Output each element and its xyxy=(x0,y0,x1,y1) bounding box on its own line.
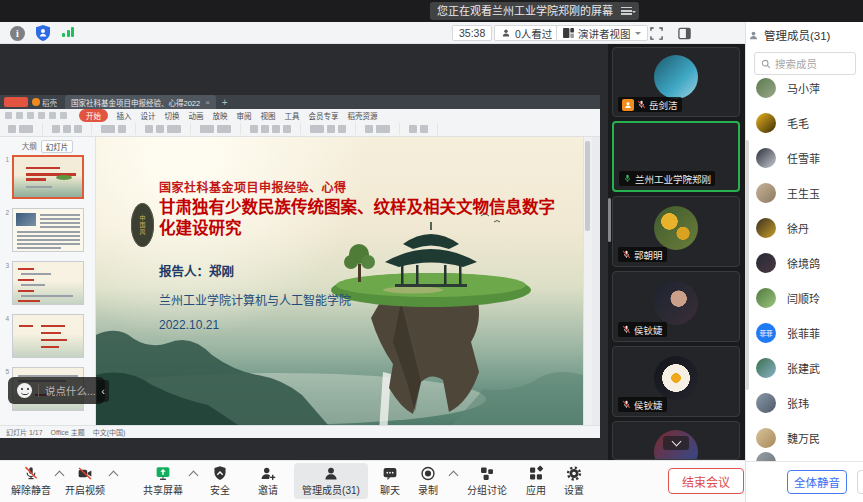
new-tab-button[interactable]: + xyxy=(222,97,228,108)
ribbon-tab-home[interactable]: 开始 xyxy=(79,109,108,122)
ribbon-tab-transition[interactable]: 切换 xyxy=(165,110,180,121)
member-row[interactable]: 菲菲 张菲菲 xyxy=(756,323,860,343)
record-button[interactable]: 录制 xyxy=(410,463,446,499)
status-theme: Office 主题 xyxy=(51,427,85,437)
member-row[interactable]: 徐境鸽 xyxy=(756,253,860,273)
start-video-button[interactable]: 开启视频 xyxy=(62,463,108,499)
member-name: 毛毛 xyxy=(787,115,809,131)
docer-tab[interactable]: 稻壳 xyxy=(42,97,57,108)
document-tab[interactable]: 国家社科基金项目申报经验、心得2022 × xyxy=(65,95,216,109)
ribbon-tab-review[interactable]: 审阅 xyxy=(237,110,252,121)
settings-button[interactable]: 设置 xyxy=(556,463,592,499)
member-name: 徐境鸽 xyxy=(787,255,820,271)
member-row[interactable]: 张玮 xyxy=(756,393,860,413)
avatar xyxy=(756,288,776,308)
apps-button[interactable]: 应用 xyxy=(518,463,554,499)
slide-thumbnail-2[interactable]: 2 xyxy=(3,208,84,252)
collapse-chat-arrow[interactable]: ‹ xyxy=(97,380,109,402)
slide-thumbnail-1[interactable]: 1 xyxy=(3,155,84,199)
video-tile-active-speaker[interactable]: 兰州工业学院郑刚 xyxy=(612,121,740,192)
manage-members-button[interactable]: 管理成员(31) xyxy=(294,463,368,499)
banner-menu-icon[interactable] xyxy=(621,7,632,15)
ribbon-tab-member[interactable]: 会员专享 xyxy=(309,110,339,121)
fullscreen-button[interactable] xyxy=(648,25,664,41)
ribbon-button-group[interactable] xyxy=(200,123,241,135)
side-panel-toggle-button[interactable] xyxy=(676,25,692,41)
video-tile[interactable]: 侯钬婕 xyxy=(612,271,740,342)
ribbon-button-group[interactable] xyxy=(250,123,301,135)
member-name: 马小萍 xyxy=(787,80,820,96)
ribbon-tab-view[interactable]: 视图 xyxy=(261,110,276,121)
ribbon-tab-slideshow[interactable]: 放映 xyxy=(213,110,228,121)
breakout-rooms-button[interactable]: 分组讨论 xyxy=(460,463,514,499)
ribbon-button-group[interactable] xyxy=(145,123,191,135)
emoji-icon[interactable] xyxy=(17,383,32,398)
slide-thumbnail-3[interactable]: 3 xyxy=(3,261,84,305)
chat-placeholder[interactable]: 说点什么... xyxy=(45,383,96,398)
invite-person-icon xyxy=(258,465,278,482)
security-button[interactable]: 安全 xyxy=(202,463,238,499)
ribbon-tab-docer[interactable]: 稻壳资源 xyxy=(348,110,378,121)
ribbon-button-group[interactable] xyxy=(409,123,438,135)
share-screen-button[interactable]: 共享屏幕 xyxy=(140,463,186,499)
security-shield-icon[interactable] xyxy=(36,25,50,41)
unmute-button[interactable]: 解除静音 xyxy=(8,463,54,499)
ribbon-tab-tools[interactable]: 工具 xyxy=(285,110,300,121)
watching-banner: 您正在观看兰州工业学院郑刚的屏幕 xyxy=(430,2,639,20)
member-row[interactable]: 魏万民 xyxy=(756,428,860,448)
member-row[interactable]: 马小萍 xyxy=(756,78,860,98)
member-search-box[interactable] xyxy=(754,52,856,75)
outline-tab[interactable]: 大纲 xyxy=(22,140,37,153)
video-tile[interactable]: 侯钬婕 xyxy=(612,346,740,417)
ribbon-button-group[interactable] xyxy=(310,123,356,135)
quick-access-toolbar[interactable] xyxy=(5,112,67,119)
member-row[interactable]: 张建武 xyxy=(756,358,860,378)
ribbon-button-group[interactable] xyxy=(8,123,43,135)
mic-muted-icon xyxy=(622,250,631,259)
layout-view-icon xyxy=(563,28,574,38)
member-row[interactable]: 王生玉 xyxy=(756,183,860,203)
member-name: 徐丹 xyxy=(787,220,809,236)
chat-quick-input[interactable]: 说点什么... xyxy=(8,377,105,404)
wps-logo[interactable] xyxy=(4,97,28,107)
video-tile[interactable]: 岳剑洁 xyxy=(612,47,740,117)
participant-name: 郭朝明 xyxy=(634,248,663,262)
video-options-chevron[interactable] xyxy=(110,470,117,477)
ribbon-button-group[interactable] xyxy=(365,123,400,135)
slides-tab[interactable]: 幻灯片 xyxy=(41,140,74,153)
slide-thumbnail-4[interactable]: 4 xyxy=(3,314,84,358)
unmute-all-button-partial[interactable] xyxy=(857,470,863,494)
close-tab-icon[interactable]: × xyxy=(205,98,210,107)
share-options-chevron[interactable] xyxy=(190,470,197,477)
members-scrollbar-thumb[interactable] xyxy=(745,140,749,390)
ribbon-tab-animation[interactable]: 动画 xyxy=(189,110,204,121)
viewers-count[interactable]: 0人看过 xyxy=(494,25,559,41)
chevron-down-icon xyxy=(671,437,681,447)
wps-window-tabbar: 稻壳 国家社科基金项目申报经验、心得2022 × + xyxy=(0,95,600,109)
video-tile-partial[interactable] xyxy=(612,421,740,460)
mute-all-button[interactable]: 全体静音 xyxy=(787,470,847,494)
record-options-chevron[interactable] xyxy=(450,470,457,477)
view-mode-dropdown[interactable]: 演讲者视图 xyxy=(556,25,648,41)
ribbon-button-group[interactable] xyxy=(101,123,136,135)
avatar xyxy=(756,428,776,448)
chat-button[interactable]: 聊天 xyxy=(372,463,408,499)
end-meeting-button[interactable]: 结束会议 xyxy=(668,468,744,494)
button-label: 设置 xyxy=(564,482,584,497)
video-tile[interactable]: 郭朝明 xyxy=(612,196,740,267)
member-row[interactable]: 闫顺玲 xyxy=(756,288,860,308)
ribbon-tab-insert[interactable]: 插入 xyxy=(117,110,132,121)
wps-scrollbar-thumb[interactable] xyxy=(585,141,590,231)
ribbon-button-group[interactable] xyxy=(52,123,92,135)
collapse-tiles-button[interactable] xyxy=(663,436,689,450)
network-signal-icon[interactable] xyxy=(62,27,74,37)
member-search-input[interactable] xyxy=(775,58,845,70)
ribbon-tab-design[interactable]: 设计 xyxy=(141,110,156,121)
member-name: 张玮 xyxy=(787,395,809,411)
member-row[interactable]: 毛毛 xyxy=(756,113,860,133)
member-row[interactable]: 任雪菲 xyxy=(756,148,860,168)
info-icon[interactable]: i xyxy=(10,26,25,41)
invite-button[interactable]: 邀请 xyxy=(250,463,286,499)
member-row[interactable]: 徐丹 xyxy=(756,218,860,238)
video-column-scrollbar[interactable] xyxy=(608,198,611,242)
